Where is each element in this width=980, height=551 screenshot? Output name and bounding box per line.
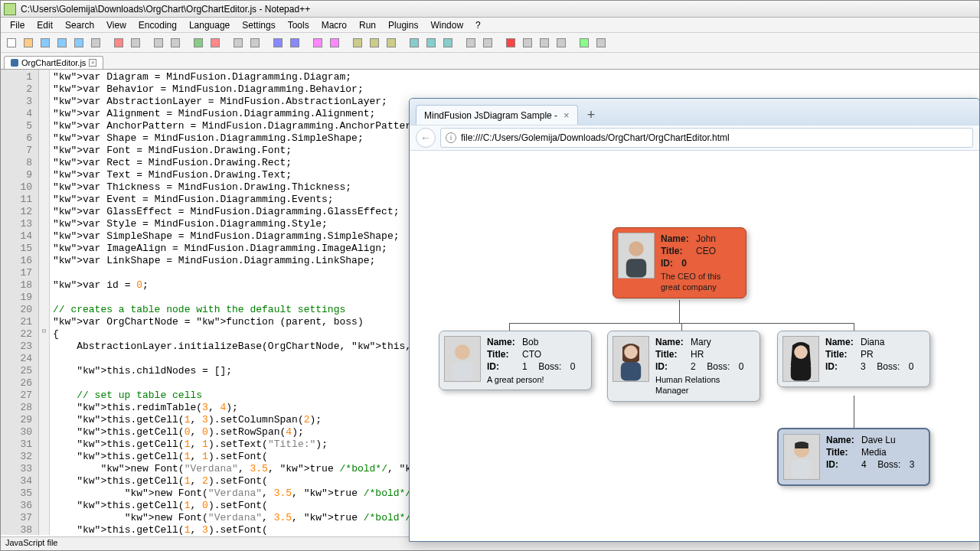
toolbar-button[interactable] [423,35,439,51]
toolbar-button[interactable] [191,35,206,51]
toolbar-button[interactable] [4,35,19,51]
toolbar-button[interactable] [111,35,126,51]
id-label: ID: [655,360,688,373]
toolbar-button[interactable] [480,35,495,51]
menu-macro[interactable]: Macro [315,18,353,32]
toolbar-button[interactable] [593,35,609,51]
back-button[interactable]: ← [416,128,436,148]
menu-view[interactable]: View [100,18,132,32]
file-tab[interactable]: OrgChartEditor.js × [4,56,103,69]
name-value: Bob [522,336,538,348]
toolbar-button[interactable] [367,35,382,51]
name-label: Name: [825,336,858,348]
description: A great person! [487,374,564,386]
boss-label: Boss: [877,360,900,373]
toolbar-button[interactable] [230,35,246,51]
org-node-root[interactable]: Name:John Title:CEO ID: 0 The CEO of thi… [612,227,746,298]
npp-menubar[interactable]: FileEditSearchViewEncodingLanguageSettin… [1,18,979,33]
toolbar-button[interactable] [128,35,143,51]
toolbar-button[interactable] [503,35,518,51]
fold-column[interactable]: ⊟ [39,70,50,535]
name-label: Name: [655,336,688,348]
close-tab-icon[interactable]: × [564,109,570,121]
toolbar-button[interactable] [384,35,399,51]
title-value: PR [861,348,874,360]
menu-window[interactable]: Window [424,18,469,32]
org-node[interactable]: Name:Bob Title:CTO ID:1 Boss: 0 A great … [439,331,592,390]
toolbar-button[interactable] [151,35,166,51]
toolbar-button[interactable] [537,35,552,51]
browser-tabstrip[interactable]: MindFusion JsDiagram Sample - × + [410,99,979,125]
avatar [782,336,819,382]
toolbar-button[interactable] [577,35,592,51]
toolbar-button[interactable] [463,35,479,51]
toolbar-button[interactable] [287,35,302,51]
toolbar-button[interactable] [554,35,569,51]
file-icon [11,59,18,67]
id-value: 3 [861,360,866,373]
title-label: Title: [825,348,858,360]
id-value: 4 [861,458,867,471]
toolbar-button[interactable] [71,35,87,51]
new-tab-button[interactable]: + [581,106,602,125]
diagram-canvas[interactable]: Name:John Title:CEO ID: 0 The CEO of thi… [410,151,979,541]
avatar [783,434,820,480]
toolbar-button[interactable] [520,35,535,51]
link [681,323,682,331]
menu-settings[interactable]: Settings [236,18,281,32]
menu-encoding[interactable]: Encoding [132,18,183,32]
menu-tools[interactable]: Tools [282,18,315,32]
boss-value: 3 [910,458,915,471]
menu-?[interactable]: ? [469,18,487,32]
org-node[interactable]: Name:Diana Title:PR ID:3 Boss: 0 [777,331,930,387]
menu-search[interactable]: Search [59,18,100,32]
boss-value: 0 [909,360,914,373]
avatar [444,336,481,382]
toolbar-button[interactable] [327,35,342,51]
menu-plugins[interactable]: Plugins [382,18,424,32]
name-value: Mary [691,336,711,348]
svg-rect-3 [452,362,472,380]
toolbar-button[interactable] [207,35,223,51]
toolbar-button[interactable] [247,35,263,51]
info-icon[interactable]: i [446,132,456,143]
svg-point-0 [629,241,644,256]
toolbar-button[interactable] [440,35,456,51]
address-bar[interactable]: i file:///C:/Users/Golemija/Downloads/Or… [440,128,973,148]
org-node-selected[interactable]: Name:Dave Lu Title:Media ID:4 Boss: 3 [777,428,930,486]
npp-toolbar[interactable] [1,33,979,53]
browser-tab[interactable]: MindFusion JsDiagram Sample - × [416,105,578,125]
name-value: Dave Lu [861,434,896,446]
link [509,323,510,331]
toolbar-button[interactable] [38,35,53,51]
toolbar-button[interactable] [407,35,422,51]
toolbar-button[interactable] [350,35,365,51]
org-node[interactable]: Name:Mary Title:HR ID:2 Boss: 0 Human Re… [607,331,760,402]
browser-window[interactable]: MindFusion JsDiagram Sample - × + ← i fi… [409,98,980,542]
title-value: Media [861,446,887,458]
name-value: John [696,233,716,245]
url-text: file:///C:/Users/Golemija/Downloads/OrgC… [461,132,730,143]
toolbar-button[interactable] [21,35,36,51]
title-value: HR [691,348,704,360]
boss-label: Boss: [538,360,561,373]
toolbar-button[interactable] [54,35,70,51]
id-label: ID: [825,360,858,373]
menu-file[interactable]: File [4,18,31,32]
toolbar-button[interactable] [168,35,183,51]
svg-rect-6 [621,362,641,380]
name-label: Name: [661,233,693,245]
close-tab-icon[interactable]: × [89,59,96,67]
npp-tabbar[interactable]: OrgChartEditor.js × [1,53,979,70]
link [854,323,854,331]
boss-value: 0 [570,360,576,373]
menu-edit[interactable]: Edit [31,18,59,32]
menu-language[interactable]: Language [183,18,236,32]
toolbar-button[interactable] [88,35,103,51]
menu-run[interactable]: Run [353,18,382,32]
npp-titlebar[interactable]: C:\Users\Golemija\Downloads\OrgChart\Org… [1,1,979,18]
toolbar-button[interactable] [310,35,325,51]
name-label: Name: [826,434,858,446]
toolbar-button[interactable] [270,35,286,51]
description: The CEO of this great company [661,271,737,294]
